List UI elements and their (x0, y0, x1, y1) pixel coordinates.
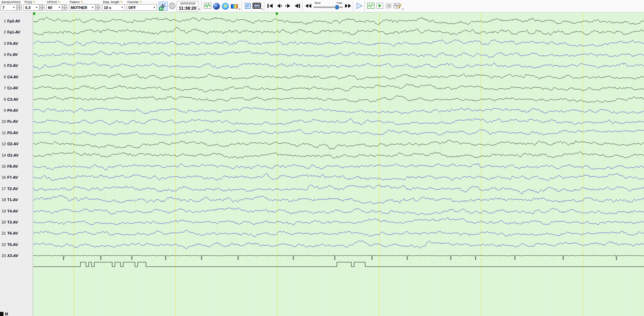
edit-pencil-icon[interactable]: ✎ (120, 1, 123, 4)
step-back-button[interactable] (275, 2, 284, 11)
channel-name: F8-AV (7, 164, 18, 168)
play-button[interactable] (355, 2, 364, 11)
edit-pencil-icon[interactable]: ✎ (33, 1, 36, 4)
channel-number: 23 (0, 254, 6, 258)
sensitivity-spinner: ▲ ▼ (17, 4, 22, 11)
channel-number: 15 (0, 164, 6, 168)
prev-page-disabled-button[interactable] (384, 2, 393, 11)
waveform-monitor-button[interactable] (203, 2, 212, 11)
skip-to-start-button[interactable] (266, 2, 275, 11)
notch-filter-button[interactable]: 50 (159, 2, 168, 11)
eeg-trace-area[interactable] (33, 12, 644, 316)
high-freq-select[interactable]: 60 ▾ (46, 4, 62, 11)
spin-down-icon[interactable]: ▼ (17, 8, 22, 11)
channel-label-row[interactable]: 5F3-AV (0, 63, 33, 68)
film-icon (253, 3, 261, 10)
toolbar-separator (242, 1, 242, 11)
channel-label-row[interactable]: 3F4-AV (0, 41, 33, 46)
spin-down-icon[interactable]: ▼ (62, 8, 67, 11)
speed-slider-track[interactable] (314, 7, 343, 8)
channel-label-row[interactable]: 10Pz-AV (0, 119, 33, 124)
eeg-settings-icon (394, 2, 402, 10)
channel-label-row[interactable]: 21T6-AV (0, 230, 33, 236)
channel-label-row[interactable]: 12O2-AV (0, 141, 33, 147)
electrode-map-icon (168, 2, 176, 11)
datetime-display[interactable]: 18/03/2026 11:38:20 (177, 1, 198, 11)
time-constant-value: 0.3 (25, 6, 35, 10)
trend-wave-button[interactable] (366, 2, 375, 11)
channel-label-row[interactable]: 11P3-AV (0, 130, 33, 136)
edit-pencil-icon[interactable]: ✎ (81, 1, 84, 4)
chevron-down-icon[interactable]: ▾ (402, 8, 403, 11)
montage-info-button[interactable] (243, 2, 252, 11)
edit-pencil-icon[interactable]: ✎ (58, 1, 61, 4)
chevron-down-icon[interactable]: ▾ (261, 8, 263, 11)
edit-pencil-icon[interactable]: ✎ (140, 1, 143, 4)
channel-number: 3 (0, 41, 6, 46)
channel-label-row[interactable]: 19T4-AV (0, 208, 33, 214)
speed-slider[interactable]: Slow Fast (314, 1, 343, 8)
channel-name: T4-AV (7, 209, 18, 213)
speed-slider-handle[interactable] (335, 5, 339, 9)
favorite-select[interactable]: OFF ▾ (127, 4, 157, 11)
fast-forward-button[interactable] (343, 2, 352, 11)
head-3d-button[interactable] (212, 2, 221, 11)
spin-up-icon[interactable]: ▲ (17, 4, 22, 8)
channel-label-row[interactable]: 1Fp2-AV (0, 18, 33, 24)
video-button[interactable] (252, 2, 261, 11)
brain-map-button[interactable] (221, 2, 230, 11)
channel-label-row[interactable]: 20T3-AV (0, 219, 33, 225)
spin-up-icon[interactable]: ▲ (96, 4, 100, 8)
channel-label-row[interactable]: 16F7-AV (0, 175, 33, 180)
channel-label-row[interactable]: 2Fp1-AV (0, 29, 33, 35)
channel-label-row[interactable]: 6C4-AV (0, 74, 33, 80)
pattern-select[interactable]: MOTHER ▾ (69, 4, 95, 11)
spectrogram-button[interactable] (230, 2, 239, 11)
high-freq-control: HF(Hz) ✎ 60 ▾ ▲ ▼ (46, 0, 67, 11)
channel-label-row[interactable]: 8C3-AV (0, 97, 33, 102)
high-freq-spinner: ▲ ▼ (62, 4, 67, 11)
channel-label-row[interactable]: 23X3-AV (0, 253, 33, 258)
channel-label-row[interactable]: 4Fz-AV (0, 52, 33, 57)
channel-number: 1 (0, 19, 6, 23)
display-length-control: Disp. length ✎ 10 s ▾ (102, 0, 125, 11)
chevron-down-icon[interactable]: ▾ (198, 8, 200, 11)
spin-up-icon[interactable]: ▲ (40, 4, 45, 8)
channel-name: Fz-AV (7, 52, 18, 57)
channel-label-row[interactable]: 18T1-AV (0, 197, 33, 203)
step-forward-button[interactable] (284, 2, 293, 11)
sensitivity-select[interactable]: 7 ▾ (1, 4, 17, 11)
marker-channel-row[interactable]: M (0, 312, 33, 316)
electrode-map-button[interactable] (168, 2, 177, 11)
chevron-down-icon[interactable]: ▾ (239, 8, 240, 11)
channel-label-row[interactable]: 9P4-AV (0, 108, 33, 113)
pattern-value: MOTHER (71, 6, 91, 10)
spin-down-icon[interactable]: ▼ (40, 8, 45, 11)
channel-label-row[interactable]: 22T5-AV (0, 242, 33, 247)
display-length-select[interactable]: 10 s ▾ (102, 4, 125, 11)
spin-down-icon[interactable]: ▼ (96, 8, 100, 11)
toolbar-separator (264, 1, 264, 11)
marker-channel-label: M (5, 312, 8, 316)
spin-up-icon[interactable]: ▲ (62, 4, 67, 8)
rewind-button[interactable] (304, 2, 313, 11)
high-freq-label: HF(Hz) (47, 0, 57, 4)
channel-label-row[interactable]: 17T2-AV (0, 186, 33, 191)
rewind-icon (305, 3, 312, 9)
eeg-settings-button[interactable] (393, 2, 402, 11)
channel-label-row[interactable]: 14O1-AV (0, 152, 33, 158)
channel-name: T2-AV (7, 187, 18, 191)
display-length-label: Disp. length (103, 0, 119, 4)
channel-number: 19 (0, 209, 6, 213)
channel-label-row[interactable]: 7Cz-AV (0, 85, 33, 91)
auto-play-button[interactable] (375, 2, 384, 11)
channel-label-row[interactable]: 15F8-AV (0, 164, 33, 169)
sensitivity-control: Sens(uV/mm) 7 ▾ ▲ ▼ (1, 0, 22, 11)
chevron-down-icon: ▾ (12, 6, 16, 9)
time-constant-select[interactable]: 0.3 ▾ (23, 4, 39, 11)
skip-to-end-button[interactable] (293, 2, 302, 11)
waveform-monitor-icon (204, 3, 211, 10)
channel-name: Fp2-AV (7, 19, 20, 23)
chevron-down-icon: ▾ (35, 6, 38, 9)
eeg-traces-canvas[interactable] (33, 12, 644, 316)
